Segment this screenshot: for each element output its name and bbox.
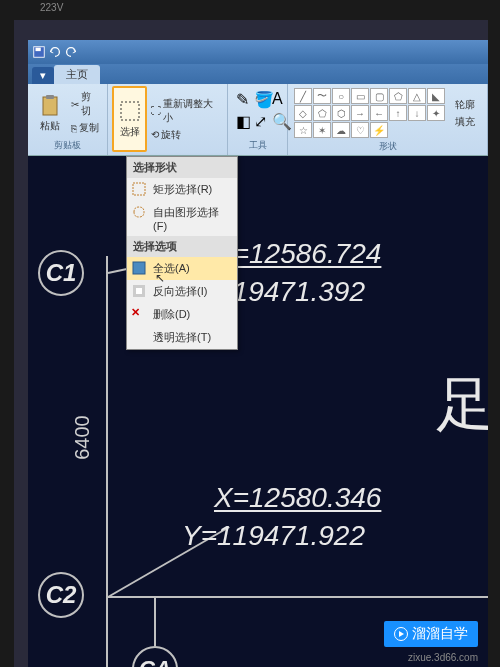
shape-arrowr[interactable]: → bbox=[351, 105, 369, 121]
shape-bolt[interactable]: ⚡ bbox=[370, 122, 388, 138]
ribbon: 粘贴 ✂ 剪切 ⎘ 复制 剪贴板 bbox=[28, 84, 488, 156]
menu-delete[interactable]: ✕ 删除(D) bbox=[127, 303, 237, 326]
shape-oval[interactable]: ○ bbox=[332, 88, 350, 104]
cad-vertical-axis bbox=[106, 256, 108, 667]
tools-group: ✎ 🪣 A ◧ ⤢ 🔍 工具 bbox=[228, 84, 288, 155]
shape-rect[interactable]: ▭ bbox=[351, 88, 369, 104]
cad-label-c2: C2 bbox=[38, 572, 84, 618]
svg-rect-4 bbox=[121, 102, 139, 120]
shape-callout[interactable]: ☁ bbox=[332, 122, 350, 138]
select-rect-icon bbox=[118, 99, 142, 123]
shape-pentagon[interactable]: ⬠ bbox=[313, 105, 331, 121]
shape-roundrect[interactable]: ▢ bbox=[370, 88, 388, 104]
large-char: 足 bbox=[436, 366, 488, 444]
copy-button[interactable]: ⎘ 复制 bbox=[69, 120, 103, 136]
outline-label: 轮廓 bbox=[455, 98, 475, 112]
shape-star6[interactable]: ✶ bbox=[313, 122, 331, 138]
shape-triangle[interactable]: △ bbox=[408, 88, 426, 104]
shape-star5[interactable]: ☆ bbox=[294, 122, 312, 138]
invert-icon bbox=[131, 283, 147, 299]
ribbon-tabs: ▾ 主页 bbox=[28, 64, 488, 84]
shape-line[interactable]: ╱ bbox=[294, 88, 312, 104]
cad-canvas[interactable]: C1 C2 CA X=12586.724 Y=119471.392 6400 足… bbox=[28, 156, 488, 667]
cad-label-c1: C1 bbox=[38, 250, 84, 296]
cad-label-ca: CA bbox=[132, 646, 178, 667]
rotate-label: 旋转 bbox=[161, 128, 181, 142]
menu-section-shapes: 选择形状 bbox=[127, 157, 237, 178]
resize-icon: ⛶ bbox=[151, 105, 161, 116]
copy-label: 复制 bbox=[79, 121, 99, 135]
svg-rect-1 bbox=[36, 48, 41, 52]
svg-rect-5 bbox=[133, 183, 145, 195]
shape-hexagon[interactable]: ⬡ bbox=[332, 105, 350, 121]
cad-ca-axis bbox=[154, 596, 156, 646]
tools-group-label: 工具 bbox=[232, 139, 283, 153]
resize-label: 重新调整大小 bbox=[163, 97, 221, 125]
outline-button[interactable]: 轮廓 bbox=[453, 97, 477, 113]
save-icon[interactable] bbox=[32, 45, 46, 59]
select-label: 选择 bbox=[120, 125, 140, 139]
undo-icon[interactable] bbox=[48, 45, 62, 59]
coord2-x: X=12580.346 bbox=[214, 482, 381, 514]
fill-icon[interactable]: 🪣 bbox=[254, 90, 270, 110]
watermark-url: zixue.3d66.com bbox=[408, 652, 478, 663]
app-screen: ▾ 主页 粘贴 ✂ 剪切 bbox=[28, 40, 488, 667]
svg-rect-3 bbox=[46, 95, 54, 99]
copy-icon: ⎘ bbox=[71, 123, 77, 134]
menu-delete-label: 删除(D) bbox=[153, 308, 190, 320]
text-icon[interactable]: A bbox=[272, 90, 288, 110]
cad-horizontal-axis bbox=[106, 596, 488, 598]
clipboard-group: 粘贴 ✂ 剪切 ⎘ 复制 剪贴板 bbox=[28, 84, 108, 155]
select-dropdown-menu: 选择形状 矩形选择(R) 自由图形选择(F) 选择选项 全选(A) ↖ bbox=[126, 156, 238, 350]
quick-access-toolbar bbox=[32, 45, 78, 59]
shape-rtriangle[interactable]: ◣ bbox=[427, 88, 445, 104]
picker-icon[interactable]: ⤢ bbox=[254, 112, 270, 132]
eraser-icon[interactable]: ◧ bbox=[236, 112, 252, 132]
select-all-icon bbox=[131, 260, 147, 276]
svg-rect-2 bbox=[43, 97, 57, 115]
redo-icon[interactable] bbox=[64, 45, 78, 59]
shape-polygon[interactable]: ⬠ bbox=[389, 88, 407, 104]
rotate-button[interactable]: ⟲ 旋转 bbox=[149, 127, 223, 143]
rect-select-icon bbox=[131, 181, 147, 197]
fill-label: 填充 bbox=[455, 115, 475, 129]
menu-invert[interactable]: 反向选择(I) bbox=[127, 280, 237, 303]
menu-free-select[interactable]: 自由图形选择(F) bbox=[127, 201, 237, 236]
file-tab[interactable]: ▾ bbox=[32, 67, 54, 84]
watermark-text: 溜溜自学 bbox=[412, 625, 468, 643]
image-group: 选择 ⛶ 重新调整大小 ⟲ 旋转 bbox=[108, 84, 228, 155]
zoom-icon[interactable]: 🔍 bbox=[272, 112, 288, 132]
menu-select-all[interactable]: 全选(A) ↖ bbox=[127, 257, 237, 280]
watermark-badge: 溜溜自学 bbox=[384, 621, 478, 647]
paste-button[interactable]: 粘贴 bbox=[32, 86, 67, 139]
shape-curve[interactable]: 〜 bbox=[313, 88, 331, 104]
menu-transparent[interactable]: 透明选择(T) bbox=[127, 326, 237, 349]
shapes-gallery[interactable]: ╱ 〜 ○ ▭ ▢ ⬠ △ ◣ ◇ ⬠ ⬡ → ← ↑ ↓ bbox=[292, 86, 447, 140]
delete-icon: ✕ bbox=[131, 306, 147, 322]
coord2-y: Y=119471.922 bbox=[182, 520, 365, 552]
pencil-icon[interactable]: ✎ bbox=[236, 90, 252, 110]
menu-rect-select[interactable]: 矩形选择(R) bbox=[127, 178, 237, 201]
shape-star4[interactable]: ✦ bbox=[427, 105, 445, 121]
free-select-icon bbox=[131, 204, 147, 220]
tab-home[interactable]: 主页 bbox=[54, 65, 100, 84]
select-button[interactable]: 选择 bbox=[112, 86, 147, 152]
svg-rect-8 bbox=[136, 288, 142, 294]
paste-label: 粘贴 bbox=[40, 119, 60, 133]
scissors-icon: ✂ bbox=[71, 99, 79, 110]
menu-invert-label: 反向选择(I) bbox=[153, 285, 207, 297]
shape-arrowu[interactable]: ↑ bbox=[389, 105, 407, 121]
rotate-icon: ⟲ bbox=[151, 129, 159, 140]
fill-button[interactable]: 填充 bbox=[453, 114, 477, 130]
resize-button[interactable]: ⛶ 重新调整大小 bbox=[149, 96, 223, 126]
shape-arrowd[interactable]: ↓ bbox=[408, 105, 426, 121]
monitor-frame: ▾ 主页 粘贴 ✂ 剪切 bbox=[0, 0, 500, 667]
shape-heart[interactable]: ♡ bbox=[351, 122, 369, 138]
cut-button[interactable]: ✂ 剪切 bbox=[69, 89, 103, 119]
title-bar bbox=[28, 40, 488, 64]
menu-rect-select-label: 矩形选择(R) bbox=[153, 183, 212, 195]
shape-arrowl[interactable]: ← bbox=[370, 105, 388, 121]
shape-diamond[interactable]: ◇ bbox=[294, 105, 312, 121]
monitor-model: 223V bbox=[40, 2, 63, 13]
dimension-6400: 6400 bbox=[71, 415, 94, 460]
